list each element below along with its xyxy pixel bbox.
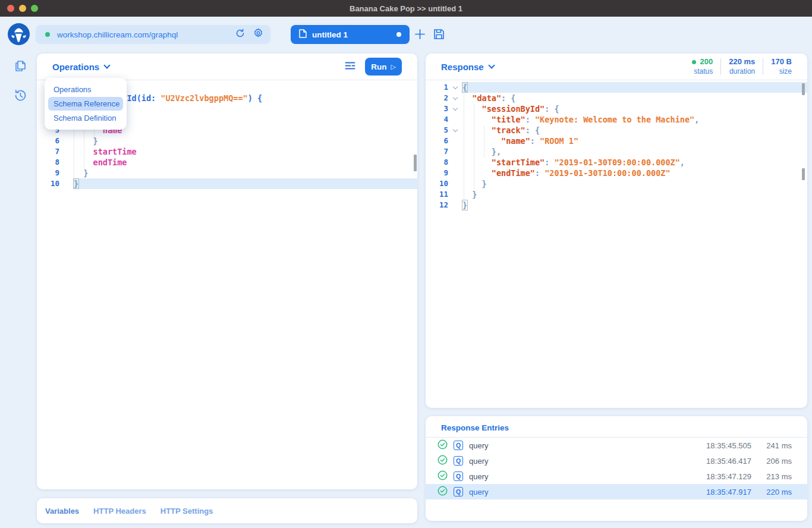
code-line: 10 } (426, 178, 807, 189)
new-document-plus-icon[interactable] (414, 29, 426, 42)
code-line: 9 "endTime": "2019-01-30T10:00:00.000Z" (426, 168, 807, 178)
fold-chevron-icon[interactable] (453, 84, 458, 89)
line-number: 2 (426, 93, 448, 103)
prettify-operations-icon[interactable] (345, 61, 355, 73)
code-line: 7 startTime (37, 146, 417, 157)
window-title: Banana Cake Pop >> untitled 1 (350, 4, 462, 13)
sidebar-documents-icon[interactable] (12, 58, 29, 76)
response-entry-row[interactable]: Q query 18:35:47.129 213 ms (426, 469, 807, 484)
tab-http-headers[interactable]: HTTP Headers (93, 507, 146, 516)
duration-value: 220 ms (729, 57, 755, 67)
response-entry-row[interactable]: Q query 18:35:46.417 206 ms (426, 453, 807, 469)
response-header-label: Response (441, 62, 484, 72)
code-line: 12} (426, 200, 807, 210)
entry-operation-label: query (469, 441, 489, 450)
response-code-viewer[interactable]: 1{2 "data": {3 "sessionById": {4 "title"… (426, 80, 807, 210)
response-entries-header: Response Entries (441, 423, 509, 432)
entry-operation-label: query (469, 472, 489, 481)
success-check-icon (438, 455, 448, 467)
line-number: 8 (37, 157, 59, 168)
code-line: 8 endTime (37, 157, 417, 168)
line-number: 6 (37, 136, 59, 146)
minimize-window-button[interactable] (19, 5, 26, 12)
endpoint-url[interactable]: workshop.chillicream.com/graphql (57, 30, 235, 39)
status-ok-dot (692, 60, 696, 64)
editor-scrollbar-thumb[interactable] (802, 168, 805, 180)
line-number: 7 (37, 146, 59, 157)
entry-duration: 206 ms (757, 457, 792, 466)
response-entries-panel: Response Entries Q query 18:35:45.505 24… (426, 416, 807, 521)
response-view-selector[interactable]: Response (441, 62, 494, 72)
line-number: 7 (426, 146, 448, 157)
query-type-badge: Q (454, 487, 463, 496)
fold-chevron-icon[interactable] (453, 105, 458, 110)
editor-scrollbar-thumb[interactable] (414, 155, 417, 171)
line-number: 12 (426, 200, 448, 210)
document-icon (299, 29, 307, 40)
query-type-badge: Q (454, 472, 463, 481)
line-number: 9 (37, 168, 59, 178)
tab-http-settings[interactable]: HTTP Settings (160, 507, 213, 516)
line-number: 10 (37, 178, 59, 189)
tab-label: untitled 1 (312, 30, 391, 39)
fold-chevron-icon[interactable] (453, 127, 458, 131)
code-line: 10} (37, 178, 417, 189)
chevron-down-icon (488, 62, 495, 68)
banana-cake-pop-logo[interactable] (8, 23, 30, 45)
size-value: 170 B (771, 57, 792, 67)
refresh-schema-icon[interactable] (235, 29, 245, 41)
code-line: 1{ (426, 82, 807, 93)
entry-timestamp: 18:35:46.417 (706, 457, 751, 466)
query-type-badge: Q (454, 456, 463, 466)
operations-view-selector[interactable]: Operations (52, 62, 109, 72)
response-stats: 200 status 220 ms duration 170 B size (692, 57, 792, 76)
line-number: 5 (426, 125, 448, 136)
dropdown-item-schema-reference[interactable]: Schema Reference (48, 97, 123, 111)
code-line: 3 "sessionById": { (426, 103, 807, 114)
fold-chevron-icon[interactable] (453, 95, 458, 99)
line-number: 1 (426, 82, 448, 93)
response-panel: Response 200 status 220 ms duration 170 … (426, 54, 807, 408)
run-button-label: Run (371, 62, 386, 71)
unsaved-changes-dot (396, 32, 401, 37)
dropdown-item-operations[interactable]: Operations (48, 83, 123, 96)
code-line: 7 }, (426, 146, 807, 157)
entry-duration: 220 ms (757, 488, 792, 496)
response-entry-row[interactable]: Q query 18:35:45.505 241 ms (426, 438, 807, 453)
document-tab-untitled-1[interactable]: untitled 1 (291, 25, 410, 44)
save-document-icon[interactable] (433, 29, 445, 42)
entry-timestamp: 18:35:47.917 (706, 488, 751, 496)
close-window-button[interactable] (7, 5, 14, 12)
code-line: 4 "title": "Keynote: Welcome to the Mach… (426, 114, 807, 125)
success-check-icon (438, 470, 448, 483)
connection-status-dot (45, 32, 50, 37)
entry-duration: 241 ms (757, 441, 792, 450)
dropdown-item-schema-definition[interactable]: Schema Definition (48, 111, 123, 125)
entry-timestamp: 18:35:45.505 (706, 441, 751, 450)
chevron-down-icon (104, 62, 111, 68)
code-line: 11 } (426, 189, 807, 200)
window-titlebar: Banana Cake Pop >> untitled 1 (0, 0, 812, 17)
tab-variables[interactable]: Variables (45, 507, 79, 516)
entry-operation-label: query (469, 488, 489, 496)
size-label: size (779, 67, 792, 76)
play-icon: ▷ (391, 63, 395, 71)
sidebar-history-icon[interactable] (12, 87, 29, 106)
maximize-window-button[interactable] (31, 5, 38, 12)
code-line: 5 "track": { (426, 125, 807, 136)
line-number: 8 (426, 157, 448, 168)
status-code-value: 200 (692, 57, 713, 67)
operations-panel: Operations Run ▷ 1query {2 sessionById(i… (37, 54, 417, 489)
line-number: 3 (426, 103, 448, 114)
endpoint-url-field[interactable]: workshop.chillicream.com/graphql (36, 25, 270, 44)
request-options-tabbar: VariablesHTTP HeadersHTTP Settings (37, 498, 417, 523)
code-line: 6 "name": "ROOM 1" (426, 136, 807, 146)
response-entry-row[interactable]: Q query 18:35:47.917 220 ms (426, 484, 807, 499)
query-type-badge: Q (454, 441, 463, 450)
run-button[interactable]: Run ▷ (365, 58, 402, 76)
overview-ruler-mark (802, 83, 805, 95)
operations-header-label: Operations (52, 62, 99, 72)
connection-settings-gear-icon[interactable] (253, 28, 263, 41)
entry-operation-label: query (469, 457, 489, 466)
code-line: 6 } (37, 136, 417, 146)
